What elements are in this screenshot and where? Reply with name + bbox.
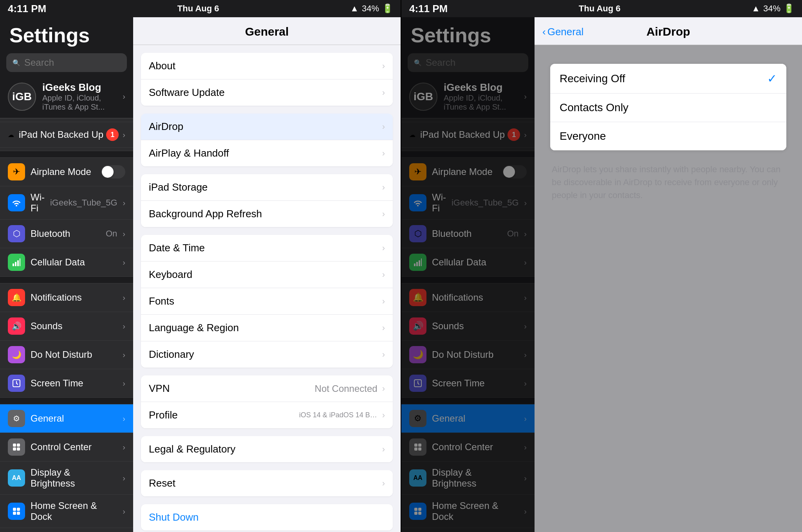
search-bar[interactable]: 🔍 🎙 [6,53,127,72]
donotdisturb-icon: 🌙 [8,346,25,363]
sidebar-item-wifi[interactable]: Wi-Fi iGeeks_Tube_5G › [0,186,133,220]
airdrop-title: AirDrop [647,25,690,38]
general-label: General [31,413,117,424]
controlcenter-label: Control Center [31,442,117,453]
sidebar-item-controlcenter[interactable]: Control Center › [0,433,133,462]
backup-row[interactable]: ☁ iPad Not Backed Up 1 › [0,118,133,151]
right-battery-text: 34% [763,4,780,14]
screentime-label: Screen Time [31,378,117,389]
sidebar-item-bluetooth[interactable]: ⬡ Bluetooth On › [0,220,133,248]
general-fonts[interactable]: Fonts › [141,288,393,315]
notif-chevron: › [123,293,125,302]
sidebar-item-general[interactable]: ⚙ General › [0,404,133,433]
right-wifi-icon: ▲ [751,4,760,14]
vpn-chevron: › [382,384,385,394]
wifi-icon: ▲ [350,4,359,14]
bluetooth-chevron: › [123,229,125,238]
general-vpn[interactable]: VPN Not Connected › [141,375,393,402]
cloud-icon: ☁ [8,131,14,139]
wifi-chevron: › [123,198,126,207]
sidebar-item-donotdisturb[interactable]: 🌙 Do Not Disturb › [0,341,133,369]
airplane-mode-icon: ✈ [8,163,25,180]
kb-chevron: › [382,270,385,280]
bluetooth-icon: ⬡ [8,225,25,242]
profile-name: iGeeks Blog [42,81,116,94]
display-icon: AA [8,469,25,487]
general-airdrop[interactable]: AirDrop › [141,114,393,140]
svg-rect-3 [20,258,20,266]
dnd-chevron: › [123,350,125,359]
sidebar-item-accessibility[interactable]: ⓘ Accessibility › [0,528,133,532]
settings-group-appearance: ⚙ General › Control Center › AA Display … [0,404,133,532]
airdrop-option-contacts-only[interactable]: Contacts Only [550,94,786,122]
general-about[interactable]: About › [141,53,393,79]
sidebar-item-cellular[interactable]: Cellular Data › [0,248,133,277]
sidebar-scroll: ✈ Airplane Mode Wi-Fi iGeeks_Tube_5G › ⬡ [0,151,133,532]
svg-rect-9 [13,508,16,511]
general-panel-scroll[interactable]: About › Software Update › AirDrop › [133,45,401,532]
bg-chevron: › [382,209,385,219]
general-section-5: VPN Not Connected › Profile iOS 14 & iPa… [141,375,393,428]
general-reset[interactable]: Reset › [141,470,393,496]
general-dictionary[interactable]: Dictionary › [141,341,393,368]
fonts-chevron: › [382,296,385,307]
general-section-1: About › Software Update › [141,53,393,106]
receiving-off-checkmark: ✓ [767,72,777,85]
right-status-time: 4:11 PM [409,3,448,15]
right-sidebar: Settings 🔍 🎙 iGB iGeeks Blog Apple ID, i… [401,17,535,532]
wifi-setting-icon [8,194,25,211]
profile-info: iGeeks Blog Apple ID, iCloud, iTunes & A… [42,81,116,112]
general-section-3: iPad Storage › Background App Refresh › [141,174,393,227]
general-keyboard[interactable]: Keyboard › [141,261,393,288]
general-backgroundapp[interactable]: Background App Refresh › [141,201,393,227]
airplay-chevron: › [382,148,385,159]
general-section-7: Reset › [141,470,393,496]
svg-rect-2 [17,260,19,266]
sounds-chevron: › [123,322,125,331]
profile-row[interactable]: iGB iGeeks Blog Apple ID, iCloud, iTunes… [0,75,133,118]
hs-chevron: › [123,507,125,516]
back-chevron-icon: ‹ [542,26,546,38]
airdrop-option-everyone[interactable]: Everyone [550,122,786,150]
general-datetime[interactable]: Date & Time › [141,235,393,261]
back-label: General [547,26,584,38]
sounds-label: Sounds [31,321,117,332]
battery-icon: 🔋 [382,4,393,14]
right-battery-icon: 🔋 [784,4,794,14]
screentime-chevron: › [123,379,125,388]
general-shutdown[interactable]: Shut Down [141,504,393,530]
bluetooth-value: On [106,229,117,239]
right-status-date: Thu Aug 6 [579,4,621,14]
left-content: Settings 🔍 🎙 iGB iGeeks Blog Apple ID, i… [0,17,401,532]
sidebar-item-screentime[interactable]: Screen Time › [0,369,133,398]
sounds-icon: 🔊 [8,317,25,335]
airplane-mode-label: Airplane Mode [31,166,96,177]
right-half: 4:11 PM Thu Aug 6 ▲ 34% 🔋 Settings 🔍 🎙 i… [401,0,802,532]
airdrop-option-receiving-off[interactable]: Receiving Off ✓ [550,64,786,94]
sidebar-title: Settings [0,17,133,50]
svg-rect-11 [13,512,16,515]
screentime-icon [8,375,25,392]
left-status-time: 4:11 PM [8,3,46,15]
general-profile[interactable]: Profile iOS 14 & iPadOS 14 Beta Software… [141,402,393,428]
bluetooth-label: Bluetooth [31,228,100,239]
battery-text: 34% [362,4,379,14]
airdrop-back-button[interactable]: ‹ General [542,26,583,38]
search-input[interactable] [24,57,133,68]
sidebar-item-display[interactable]: AA Display & Brightness › [0,462,133,495]
left-status-bar: 4:11 PM Thu Aug 6 ▲ 34% 🔋 [0,0,401,17]
legal-chevron: › [382,444,385,454]
general-language[interactable]: Language & Region › [141,315,393,341]
airplane-mode-toggle[interactable] [101,165,125,179]
general-softwareupdate[interactable]: Software Update › [141,79,393,106]
notifications-label: Notifications [31,292,117,303]
sidebar-item-notifications[interactable]: 🔔 Notifications › [0,283,133,312]
general-airplay[interactable]: AirPlay & Handoff › [141,140,393,166]
sidebar-item-sounds[interactable]: 🔊 Sounds › [0,312,133,341]
general-ipadstorage[interactable]: iPad Storage › [141,174,393,201]
sidebar-item-homescreen[interactable]: Home Screen & Dock › [0,495,133,528]
general-legal[interactable]: Legal & Regulatory › [141,436,393,462]
left-status-date: Thu Aug 6 [177,4,219,14]
general-panel: General About › Software Update › [133,17,401,532]
sidebar-item-airplane-mode[interactable]: ✈ Airplane Mode [0,157,133,186]
